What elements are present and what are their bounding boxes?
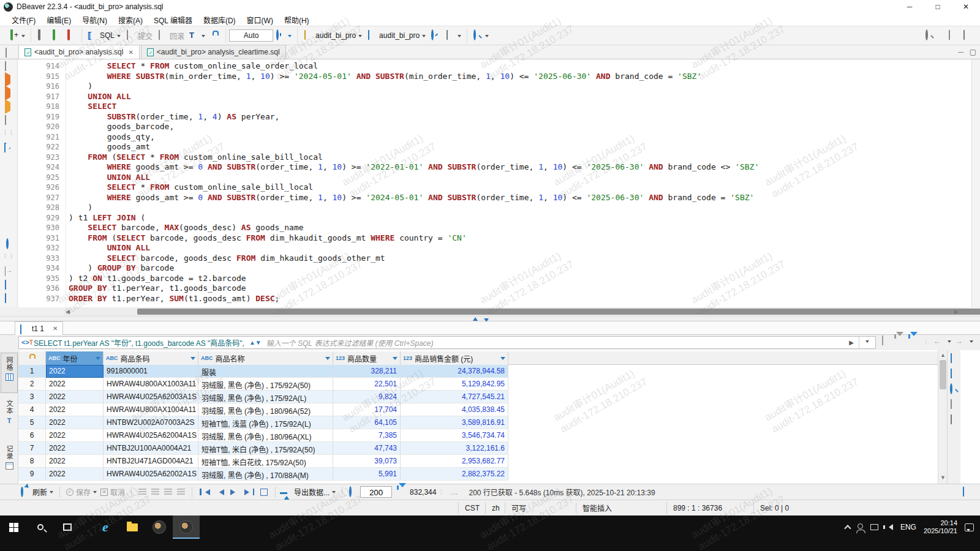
schema-selector[interactable]: audit_bi_pro — [365, 29, 428, 42]
scroll-up-icon[interactable]: ▲ — [939, 351, 947, 359]
remove-filter-icon[interactable] — [895, 336, 905, 346]
column-filter-dropdown-icon[interactable] — [500, 357, 505, 362]
row-number-cell[interactable]: 6 — [18, 429, 46, 442]
transaction-history-button[interactable] — [274, 29, 293, 42]
row-number-cell[interactable]: 4 — [18, 403, 46, 416]
column-header-2[interactable]: ABC商品名称 — [198, 351, 333, 365]
table-cell[interactable]: 4,727,545.21 — [401, 391, 508, 403]
scroll-down-icon[interactable]: ▼ — [939, 474, 947, 481]
language-indicator[interactable]: ENG — [900, 523, 916, 531]
commit-button[interactable]: 提交 — [124, 29, 154, 42]
next-row-button[interactable] — [230, 489, 238, 495]
execute-statement-icon[interactable] — [4, 75, 13, 85]
first-row-button[interactable] — [200, 489, 210, 495]
table-row[interactable]: 32022HWRAW4U025A62003A1S羽绒服, 黑色 (净色) , 1… — [18, 391, 938, 403]
table-cell[interactable]: HWRAW4U800AX1004A11 — [104, 403, 198, 416]
menu-item-4[interactable]: SQL 编辑器 — [148, 13, 198, 26]
editor-tab[interactable]: <audit_bi_pro> analysis.sql✕ — [18, 45, 140, 59]
table-cell[interactable]: 服装 — [198, 365, 333, 378]
table-cell[interactable]: 9,824 — [333, 391, 401, 403]
execute-new-tab-icon[interactable] — [4, 102, 13, 112]
editor-panes-icon[interactable] — [4, 48, 14, 58]
rollback-button[interactable]: 回滚 — [156, 29, 186, 42]
close-tab-icon[interactable]: ✕ — [128, 49, 133, 56]
table-cell[interactable]: 3,589,816.91 — [401, 416, 508, 429]
taskbar-clock[interactable]: 20:14 2025/10/21 — [924, 519, 957, 535]
fetch-size-input[interactable] — [360, 486, 392, 498]
table-cell[interactable]: 2022 — [46, 429, 104, 442]
table-cell[interactable]: 羽绒服, 黑色 (净色) , 170/88A(M) — [198, 468, 333, 481]
table-row[interactable]: 62022HWRAW4U025A62004A1S羽绒服, 黑色 (净色) , 1… — [18, 429, 938, 442]
grid-settings-gear-icon[interactable] — [347, 487, 356, 497]
transaction-log-button[interactable]: T — [187, 29, 207, 42]
table-cell[interactable]: 17,704 — [333, 403, 401, 416]
table-cell[interactable]: HNTBJ2U100AA0004A21 — [104, 442, 198, 455]
autocommit-lock-icon[interactable] — [208, 29, 222, 42]
table-cell[interactable]: 2022 — [46, 391, 104, 403]
table-cell[interactable]: 5,991 — [333, 468, 401, 481]
last-row-button[interactable] — [244, 489, 255, 495]
expand-filter-icon[interactable]: ▲▼ — [249, 339, 262, 346]
editor-results-sash[interactable] — [0, 316, 980, 321]
task-view-icon[interactable] — [54, 515, 81, 539]
value-viewer-icon[interactable] — [949, 369, 959, 379]
table-row[interactable]: 72022HNTBJ2U100AA0004A21短袖T恤, 米白 (净色) , … — [18, 442, 938, 455]
close-button[interactable]: ✕ — [952, 0, 980, 13]
new-connection-button[interactable]: + — [7, 29, 27, 42]
reconnect-button[interactable] — [50, 29, 63, 42]
panels-toggle-icon[interactable] — [949, 354, 959, 364]
disconnect-button[interactable] — [64, 29, 78, 42]
row-number-cell[interactable]: 5 — [18, 416, 46, 429]
table-cell[interactable]: HWRAW4U025A62002A1S — [104, 468, 198, 481]
tray-expand-icon[interactable] — [844, 525, 851, 531]
results-view-tab-1[interactable]: 文本T — [1, 397, 18, 437]
editor-settings-gear-icon[interactable] — [4, 239, 13, 249]
back-history-dropdown[interactable] — [948, 340, 951, 345]
perspective-db-icon[interactable] — [960, 29, 974, 42]
clear-filter-icon[interactable] — [881, 336, 891, 346]
menu-item-2[interactable]: 导航(N) — [77, 13, 113, 26]
display-tray-icon[interactable] — [870, 524, 878, 530]
duplicate-row-icon[interactable] — [164, 489, 172, 495]
row-number-cell[interactable]: 3 — [18, 391, 46, 403]
forward-history-dropdown[interactable] — [970, 340, 973, 345]
table-cell[interactable]: 羽绒服, 黑色 (净色) , 175/92A(L) — [198, 391, 333, 403]
editor-tab[interactable]: <audit_bi_pro> analysis_cleartime.sql — [141, 45, 286, 59]
close-results-icon[interactable]: ✕ — [53, 325, 58, 332]
previous-row-button[interactable] — [216, 489, 224, 495]
maximize-button[interactable]: □ — [924, 0, 952, 13]
explain-plan-icon[interactable] — [4, 116, 13, 126]
open-file-icon[interactable] — [4, 280, 13, 290]
table-cell[interactable]: 47,743 — [333, 442, 401, 455]
table-cell[interactable]: HWRAW4U800AX1003A11 — [104, 378, 198, 391]
table-cell[interactable]: 4,035,838.45 — [401, 403, 508, 416]
results-view-tab-2[interactable]: 记录 — [1, 442, 18, 482]
table-cell[interactable]: 7,385 — [333, 429, 401, 442]
table-cell[interactable]: 短袖T恤, 浅蓝 (净色) , 175/92A(L) — [198, 416, 333, 429]
metadata-panel-icon[interactable] — [949, 400, 959, 410]
quick-search-icon[interactable] — [923, 29, 937, 42]
table-cell[interactable]: 2022 — [46, 455, 104, 468]
row-number-cell[interactable]: 7 — [18, 442, 46, 455]
table-cell[interactable]: 39,073 — [333, 455, 401, 468]
table-cell[interactable]: 2022 — [46, 442, 104, 455]
editor-horizontal-scrollbar[interactable]: ◀ ▶ — [0, 307, 980, 316]
row-number-cell[interactable]: 2 — [18, 378, 46, 391]
export-data-button[interactable]: 导出数据... — [280, 485, 337, 498]
column-header-3[interactable]: 123商品数量 — [333, 351, 401, 365]
table-row[interactable]: 92022HWRAW4U025A62002A1S羽绒服, 黑色 (净色) , 1… — [18, 468, 938, 481]
column-filter-dropdown-icon[interactable] — [190, 357, 195, 362]
fetch-page-icon[interactable] — [260, 489, 268, 496]
table-cell[interactable]: 5,129,842.95 — [401, 378, 508, 391]
table-cell[interactable]: 2022 — [46, 378, 104, 391]
table-cell[interactable]: 24,378,944.58 — [401, 365, 508, 378]
results-tab[interactable]: t1 1 ✕ — [15, 321, 63, 335]
row-count-button[interactable]: 832,344 — [396, 486, 438, 498]
forward-arrow-icon[interactable]: → — [956, 337, 963, 345]
filter-input[interactable]: <>T SELECT t1.perYear AS "年份", t1.goods_… — [18, 336, 876, 349]
connect-button[interactable] — [35, 29, 48, 42]
table-cell[interactable]: 328,211 — [333, 365, 401, 378]
table-cell[interactable]: 3,122,161.6 — [401, 442, 508, 455]
exit-editor-icon[interactable] — [4, 267, 13, 277]
result-grid[interactable]: ABC年份ABC商品条码ABC商品名称123商品数量123商品销售金额 (元) … — [18, 350, 938, 484]
